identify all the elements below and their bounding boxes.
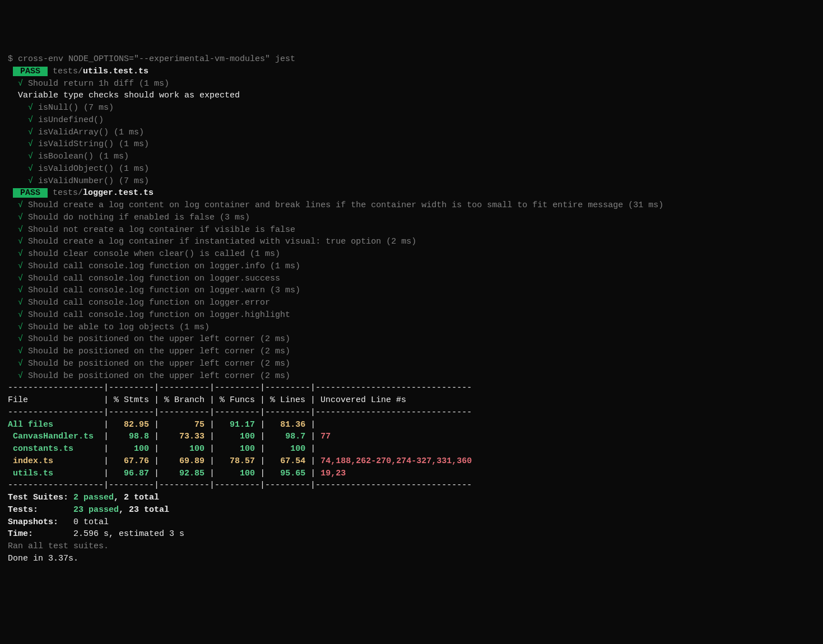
terminal-line: √ Should call console.log function on lo… xyxy=(8,273,815,285)
terminal-line: Done in 3.37s. xyxy=(8,553,815,565)
terminal-output: $ cross-env NODE_OPTIONS="--experimental… xyxy=(8,53,815,565)
terminal-line: Snapshots: 0 total xyxy=(8,516,815,529)
terminal-line: utils.ts | 96.87 | 92.85 | 100 | 95.65 |… xyxy=(8,468,815,480)
terminal-line: √ Should create a log container if insta… xyxy=(8,236,815,248)
terminal-line: PASS tests/logger.test.ts xyxy=(8,187,815,199)
terminal-line: √ Should call console.log function on lo… xyxy=(8,297,815,309)
terminal-line: √ Should do nothing if enabled is false … xyxy=(8,212,815,224)
terminal-line: Test Suites: 2 passed, 2 total xyxy=(8,492,815,504)
terminal-line: √ Should be able to log objects (1 ms) xyxy=(8,321,815,334)
terminal-line: index.ts | 67.76 | 69.89 | 78.57 | 67.54… xyxy=(8,455,815,468)
terminal-line: -------------------|---------|----------… xyxy=(8,407,815,419)
terminal-line: √ isBoolean() (1 ms) xyxy=(8,151,815,163)
terminal-line: √ Should call console.log function on lo… xyxy=(8,260,815,273)
terminal-line: Variable type checks should work as expe… xyxy=(8,90,815,102)
terminal-line: Time: 2.596 s, estimated 3 s xyxy=(8,528,815,540)
terminal-line: √ Should be positioned on the upper left… xyxy=(8,333,815,346)
terminal-line: constants.ts | 100 | 100 | 100 | 100 | xyxy=(8,443,815,455)
terminal-line: File | % Stmts | % Branch | % Funcs | % … xyxy=(8,394,815,407)
terminal-line: √ isValidArray() (1 ms) xyxy=(8,127,815,139)
terminal-line: √ Should be positioned on the upper left… xyxy=(8,358,815,370)
terminal-line: √ isValidNumber() (7 ms) xyxy=(8,175,815,188)
terminal-line: Ran all test suites. xyxy=(8,540,815,553)
terminal-line: √ Should call console.log function on lo… xyxy=(8,284,815,297)
terminal-line: √ Should not create a log container if v… xyxy=(8,224,815,236)
terminal-line: √ isUndefined() xyxy=(8,114,815,127)
terminal-line: -------------------|---------|----------… xyxy=(8,479,815,492)
terminal-line: √ Should create a log content on log con… xyxy=(8,199,815,212)
terminal-line: √ Should be positioned on the upper left… xyxy=(8,346,815,358)
terminal-line: √ isNull() (7 ms) xyxy=(8,102,815,114)
terminal-line: $ cross-env NODE_OPTIONS="--experimental… xyxy=(8,53,815,66)
terminal-line: PASS tests/utils.test.ts xyxy=(8,66,815,78)
terminal-line: √ should clear console when clear() is c… xyxy=(8,248,815,260)
terminal-line: √ isValidString() (1 ms) xyxy=(8,138,815,151)
terminal-line: √ isValidObject() (1 ms) xyxy=(8,163,815,175)
terminal-line: All files | 82.95 | 75 | 91.17 | 81.36 | xyxy=(8,419,815,431)
terminal-line: √ Should return 1h diff (1 ms) xyxy=(8,78,815,90)
terminal-line: √ Should call console.log function on lo… xyxy=(8,309,815,321)
terminal-line: -------------------|---------|----------… xyxy=(8,382,815,394)
terminal-line: √ Should be positioned on the upper left… xyxy=(8,370,815,382)
terminal-line: Tests: 23 passed, 23 total xyxy=(8,504,815,516)
terminal-line: CanvasHandler.ts | 98.8 | 73.33 | 100 | … xyxy=(8,431,815,443)
